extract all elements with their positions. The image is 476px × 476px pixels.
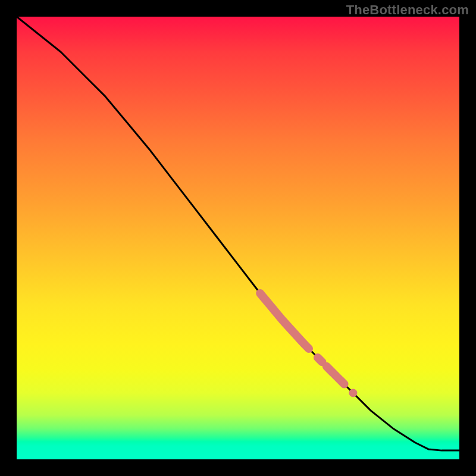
- marker-overlay-group: [260, 293, 357, 397]
- marker-segment: [318, 358, 322, 362]
- marker-segment: [327, 367, 345, 384]
- chart-frame: TheBottleneck.com: [0, 0, 476, 476]
- plot-svg: [17, 17, 459, 459]
- marker-dot: [349, 389, 357, 397]
- bottleneck-curve: [17, 17, 459, 450]
- watermark-text: TheBottleneck.com: [346, 2, 469, 18]
- marker-segment: [260, 293, 309, 349]
